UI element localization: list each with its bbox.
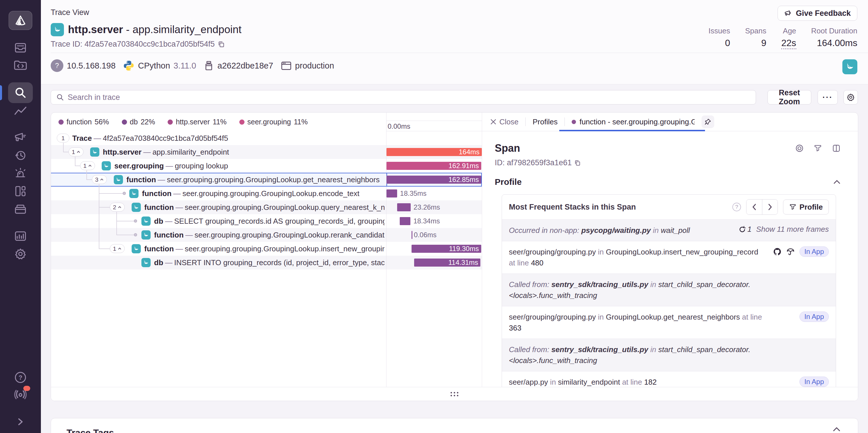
sidebar-item-insights[interactable] bbox=[14, 106, 27, 116]
legend-pct: 11% bbox=[294, 118, 308, 126]
resize-drag-handle[interactable] bbox=[451, 392, 459, 396]
span-row-trace[interactable]: 1 Trace—4f2a57ea703840cc9c1bca7d05bf54f5 bbox=[51, 131, 482, 145]
child-count-pill[interactable]: 1 bbox=[80, 161, 95, 170]
sidebar-item-releases[interactable] bbox=[14, 150, 27, 161]
next-stack-button[interactable] bbox=[762, 199, 778, 215]
meta-environment: production bbox=[281, 60, 334, 71]
sidebar-item-explore[interactable] bbox=[14, 59, 27, 71]
span-row-db-select[interactable]: db—SELECT grouping_records.id AS groupin… bbox=[51, 214, 482, 228]
close-drawer-button[interactable]: Close bbox=[490, 118, 518, 126]
span-desc: grouping lookup bbox=[175, 161, 228, 170]
tab-profiles[interactable]: Profiles bbox=[532, 118, 558, 126]
span-row-db-insert[interactable]: db—INSERT INTO grouping_records (id, pro… bbox=[51, 256, 482, 270]
in-word: in bbox=[653, 226, 659, 235]
give-feedback-button[interactable]: Give Feedback bbox=[778, 6, 857, 21]
pin-tab-button[interactable] bbox=[702, 116, 714, 128]
trace-settings-button[interactable] bbox=[843, 90, 858, 104]
span-timeline-cell[interactable] bbox=[386, 131, 482, 145]
span-row-seer-grouping[interactable]: 1 seer.grouping—grouping lookup 162.91ms bbox=[51, 159, 482, 173]
copy-icon[interactable] bbox=[217, 40, 225, 48]
stack-frame-row[interactable]: seer/grouping/grouping.py in GroupingLoo… bbox=[502, 241, 836, 274]
duration-bar[interactable]: 162.91ms bbox=[386, 162, 481, 170]
span-timeline-cell[interactable]: 114.31ms bbox=[386, 256, 482, 270]
collapse-tags-button[interactable] bbox=[833, 426, 841, 433]
span-timeline-cell[interactable]: 162.91ms bbox=[386, 159, 482, 173]
duration-bar[interactable]: 114.31ms bbox=[414, 258, 480, 267]
reset-zoom-button[interactable]: Reset Zoom bbox=[768, 90, 811, 104]
layout-columns-icon[interactable] bbox=[832, 144, 841, 153]
project-avatar-seer[interactable] bbox=[842, 59, 857, 74]
meta-ip-value: 10.5.168.198 bbox=[67, 61, 116, 70]
help-icon[interactable]: ? bbox=[732, 203, 741, 211]
prev-stack-button[interactable] bbox=[746, 199, 762, 215]
sidebar-item-settings[interactable] bbox=[14, 248, 27, 260]
sentry-logo[interactable] bbox=[9, 11, 32, 30]
child-count-pill[interactable]: 1 bbox=[57, 133, 69, 143]
filter-icon[interactable] bbox=[813, 144, 822, 153]
sidebar-item-whats-new[interactable] bbox=[13, 388, 28, 400]
chevron-left-icon bbox=[752, 204, 756, 211]
timeline-origin-label: 0.00ms bbox=[388, 122, 410, 130]
copy-icon[interactable] bbox=[574, 159, 581, 166]
span-details-drawer: Close Profiles function - seer.grouping.… bbox=[482, 113, 858, 387]
span-timeline-cell[interactable]: 162.85ms bbox=[386, 173, 482, 186]
duration-bar[interactable] bbox=[397, 203, 411, 211]
meta-runtime: CPython 3.11.0 bbox=[123, 60, 196, 71]
sidebar-item-feedback[interactable] bbox=[14, 132, 27, 143]
collapse-section-button[interactable] bbox=[833, 179, 841, 185]
child-count-pill[interactable]: 2 bbox=[110, 203, 125, 212]
sidebar-item-stats[interactable] bbox=[14, 230, 27, 242]
duration-bar[interactable] bbox=[400, 217, 410, 225]
child-count-pill[interactable]: 1 bbox=[110, 244, 125, 253]
duration-bar[interactable] bbox=[411, 231, 412, 239]
github-icon[interactable] bbox=[773, 247, 782, 256]
duration-bar[interactable]: 162.85ms bbox=[386, 176, 481, 184]
span-desc: seer.grouping.grouping.GroupingLookup.qu… bbox=[185, 203, 384, 212]
span-row-query-nearest-k[interactable]: 2 function—seer.grouping.grouping.Groupi… bbox=[51, 200, 482, 214]
child-count-pill[interactable]: 3 bbox=[92, 175, 107, 184]
panel-resize-footer bbox=[51, 387, 858, 401]
trace-search-bar bbox=[51, 90, 756, 104]
child-count-pill[interactable]: 1 bbox=[68, 147, 84, 156]
span-timeline-cell[interactable]: 0.06ms bbox=[386, 228, 482, 242]
span-op: function bbox=[126, 175, 156, 184]
sidebar-item-alerts[interactable] bbox=[14, 167, 27, 179]
span-timeline-cell[interactable]: 119.30ms bbox=[386, 242, 482, 256]
span-op-icon bbox=[132, 203, 141, 212]
stack-frame-row[interactable]: seer/grouping/grouping.py in GroupingLoo… bbox=[502, 306, 836, 339]
span-row-get-nearest-neighbors[interactable]: 3 function—seer.grouping.grouping.Groupi… bbox=[51, 173, 482, 187]
span-row-http-server[interactable]: 1 http.server—app.similarity_endpoint 16… bbox=[51, 145, 482, 159]
duration-bar[interactable]: 164ms bbox=[386, 148, 482, 156]
frame-file: seer/grouping/grouping.py bbox=[509, 313, 596, 321]
span-timeline-cell[interactable]: 18.35ms bbox=[386, 187, 482, 200]
span-op-icon bbox=[142, 216, 151, 226]
stat-spans-label: Spans bbox=[745, 27, 766, 35]
open-profile-button[interactable]: Profile bbox=[783, 199, 829, 215]
open-in-profiling-icon[interactable] bbox=[786, 247, 795, 256]
legend-label: function bbox=[66, 118, 92, 126]
span-timeline-cell[interactable]: 23.26ms bbox=[386, 200, 482, 214]
frame-line: 363 bbox=[509, 323, 521, 332]
sidebar-item-issues[interactable] bbox=[14, 42, 27, 54]
sidebar-expand-button[interactable] bbox=[16, 417, 25, 427]
tab-active-span[interactable]: function - seer.grouping.grouping.G… bbox=[572, 118, 694, 126]
more-options-button[interactable]: ··· bbox=[817, 90, 838, 104]
stat-age-value[interactable]: 22s bbox=[781, 38, 796, 49]
timeline-ruler[interactable]: 0.00ms bbox=[386, 113, 482, 131]
sidebar-item-help[interactable]: ? bbox=[14, 371, 27, 384]
search-input[interactable] bbox=[68, 93, 750, 102]
focus-span-icon[interactable] bbox=[795, 144, 804, 153]
duration-bar[interactable]: 119.30ms bbox=[411, 245, 481, 253]
duration-bar[interactable] bbox=[386, 189, 397, 197]
sidebar-item-search[interactable] bbox=[8, 82, 33, 103]
span-row-rerank-candidates[interactable]: function—seer.grouping.grouping.Grouping… bbox=[51, 228, 482, 242]
span-timeline-cell[interactable]: 18.34ms bbox=[386, 214, 482, 228]
profile-section-header[interactable]: Profile bbox=[495, 177, 841, 187]
stack-frame-row[interactable]: seer/app.py in similarity_endpoint at li… bbox=[502, 371, 836, 387]
trace-title-sep: - bbox=[126, 24, 130, 35]
span-row-insert-new-grouping-record[interactable]: 1 function—seer.grouping.grouping.Groupi… bbox=[51, 242, 482, 256]
sidebar-item-dashboards[interactable] bbox=[14, 185, 27, 197]
sidebar-item-archive[interactable] bbox=[14, 203, 27, 215]
show-more-frames-link[interactable]: Show 11 more frames bbox=[756, 225, 829, 234]
span-timeline-cell[interactable]: 164ms bbox=[386, 145, 482, 159]
